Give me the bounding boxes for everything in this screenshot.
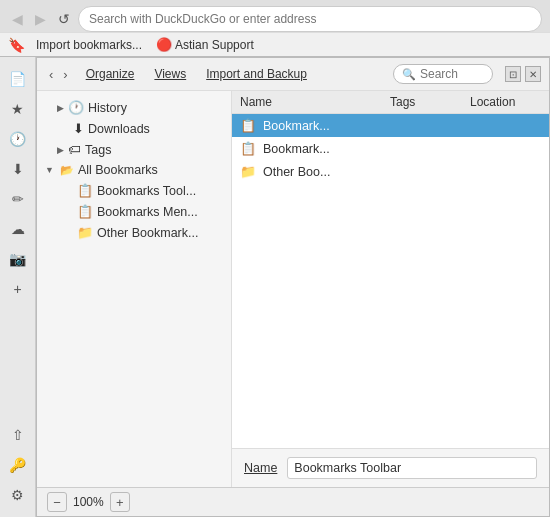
tags-chevron-icon: ▶ xyxy=(57,145,64,155)
all-bookmarks-label: All Bookmarks xyxy=(78,163,158,177)
downloads-icon: ⬇ xyxy=(73,121,84,136)
restore-button[interactable]: ⊡ xyxy=(505,66,521,82)
close-button[interactable]: ✕ xyxy=(525,66,541,82)
bookmarks-toolbar: ‹ › Organize Views Import and Backup 🔍 ⊡… xyxy=(37,58,549,91)
edit-icon-btn[interactable]: ✏ xyxy=(4,185,32,213)
organize-button[interactable]: Organize xyxy=(80,65,141,83)
tags-label: Tags xyxy=(85,143,111,157)
search-icon: 🔍 xyxy=(402,68,416,81)
key-icon-btn[interactable]: 🔑 xyxy=(4,451,32,479)
bookmark-import-label: Import bookmarks... xyxy=(36,38,142,52)
window-controls: ⊡ ✕ xyxy=(505,66,541,82)
content-area: ▶ 🕐 History ⬇ Downloads ▶ 🏷 Tags xyxy=(37,91,549,487)
browser-frame: ◀ ▶ ↺ 🔖 Import bookmarks... 🔴 Astian Sup… xyxy=(0,0,550,57)
import-backup-button[interactable]: Import and Backup xyxy=(200,65,313,83)
search-input[interactable] xyxy=(420,67,485,81)
file-label-0: Bookmark... xyxy=(263,119,330,133)
settings-icon-btn[interactable]: ⚙ xyxy=(4,481,32,509)
download-icon-btn[interactable]: ⬇ xyxy=(4,155,32,183)
col-header-location: Location xyxy=(470,95,541,109)
file-label-1: Bookmark... xyxy=(263,142,330,156)
astian-icon: 🔴 xyxy=(156,37,172,52)
star-icon-btn[interactable]: ★ xyxy=(4,95,32,123)
bookmarks-toolbar-icon: 📋 xyxy=(77,183,93,198)
file-icon-2: 📁 xyxy=(240,164,256,179)
page-icon-btn[interactable]: 📄 xyxy=(4,65,32,93)
main-content-row: 📄 ★ 🕐 ⬇ ✏ ☁ 📷 + ⇧ 🔑 ⚙ ‹ › Organize Views xyxy=(0,57,550,517)
sidebar-item-other-bookmarks[interactable]: 📁 Other Bookmark... xyxy=(37,222,231,243)
history-label: History xyxy=(88,101,127,115)
file-row-0[interactable]: 📋 Bookmark... xyxy=(232,114,549,137)
status-bar: − 100% + xyxy=(37,487,549,516)
sidebar-icons: 📄 ★ 🕐 ⬇ ✏ ☁ 📷 + ⇧ 🔑 ⚙ xyxy=(0,57,36,517)
bookmark-import-item[interactable]: Import bookmarks... xyxy=(33,37,145,53)
import-page-icon: 🔖 xyxy=(8,37,25,53)
downloads-label: Downloads xyxy=(88,122,150,136)
forward-button[interactable]: ▶ xyxy=(31,9,50,29)
details-panel: Name xyxy=(232,448,549,487)
details-value-input[interactable] xyxy=(287,457,537,479)
sidebar-item-downloads[interactable]: ⬇ Downloads xyxy=(37,118,231,139)
bookmarks-sidebar: ▶ 🕐 History ⬇ Downloads ▶ 🏷 Tags xyxy=(37,91,232,487)
tags-icon: 🏷 xyxy=(68,142,81,157)
reload-button[interactable]: ↺ xyxy=(54,9,74,29)
toolbar-back-button[interactable]: ‹ xyxy=(45,65,57,84)
file-row-1[interactable]: 📋 Bookmark... xyxy=(232,137,549,160)
sync-icon-btn[interactable]: ☁ xyxy=(4,215,32,243)
file-icon-1: 📋 xyxy=(240,141,256,156)
bookmarks-toolbar-label: Bookmarks Tool... xyxy=(97,184,196,198)
list-header: Name Tags Location xyxy=(232,91,549,114)
sidebar-item-history[interactable]: ▶ 🕐 History xyxy=(37,97,231,118)
other-bookmarks-icon: 📁 xyxy=(77,225,93,240)
zoom-plus-button[interactable]: + xyxy=(110,492,130,512)
screenshot-icon-btn[interactable]: 📷 xyxy=(4,245,32,273)
details-name-label: Name xyxy=(244,461,277,475)
url-bar[interactable] xyxy=(78,6,542,32)
sidebar-item-all-bookmarks[interactable]: ▼ 📂 All Bookmarks xyxy=(37,160,231,180)
main-panel: Name Tags Location 📋 Bookmark... 📋 Bookm… xyxy=(232,91,549,487)
bookmarks-menu-icon: 📋 xyxy=(77,204,93,219)
all-bookmarks-chevron-icon: ▼ xyxy=(45,165,54,175)
file-list: 📋 Bookmark... 📋 Bookmark... 📁 Other Boo.… xyxy=(232,114,549,448)
all-bookmarks-icon: 📂 xyxy=(60,164,74,177)
other-bookmarks-label: Other Bookmark... xyxy=(97,226,198,240)
col-header-tags: Tags xyxy=(390,95,470,109)
sidebar-item-tags[interactable]: ▶ 🏷 Tags xyxy=(37,139,231,160)
sidebar-item-bookmarks-menu[interactable]: 📋 Bookmarks Men... xyxy=(37,201,231,222)
file-icon-0: 📋 xyxy=(240,118,256,133)
zoom-level: 100% xyxy=(73,495,104,509)
file-row-2[interactable]: 📁 Other Boo... xyxy=(232,160,549,183)
file-label-2: Other Boo... xyxy=(263,165,330,179)
history-icon: 🕐 xyxy=(68,100,84,115)
bookmarks-window: ‹ › Organize Views Import and Backup 🔍 ⊡… xyxy=(36,57,550,517)
bookmark-astian-label: Astian Support xyxy=(175,38,254,52)
bookmark-bar: 🔖 Import bookmarks... 🔴 Astian Support xyxy=(0,32,550,56)
toolbar-nav: ‹ › xyxy=(45,65,72,84)
bookmarks-menu-label: Bookmarks Men... xyxy=(97,205,198,219)
bookmark-astian-item[interactable]: 🔴 Astian Support xyxy=(153,36,257,53)
sidebar-item-bookmarks-toolbar[interactable]: 📋 Bookmarks Tool... xyxy=(37,180,231,201)
browser-wrapper: ◀ ▶ ↺ 🔖 Import bookmarks... 🔴 Astian Sup… xyxy=(0,0,550,517)
history-icon-btn[interactable]: 🕐 xyxy=(4,125,32,153)
share-icon-btn[interactable]: ⇧ xyxy=(4,421,32,449)
col-header-name: Name xyxy=(240,95,390,109)
back-button[interactable]: ◀ xyxy=(8,9,27,29)
search-box: 🔍 xyxy=(393,64,493,84)
toolbar-forward-button[interactable]: › xyxy=(59,65,71,84)
plus-icon-btn[interactable]: + xyxy=(4,275,32,303)
history-chevron-icon: ▶ xyxy=(57,103,64,113)
zoom-minus-button[interactable]: − xyxy=(47,492,67,512)
views-button[interactable]: Views xyxy=(148,65,192,83)
tab-bar: ◀ ▶ ↺ xyxy=(0,0,550,32)
